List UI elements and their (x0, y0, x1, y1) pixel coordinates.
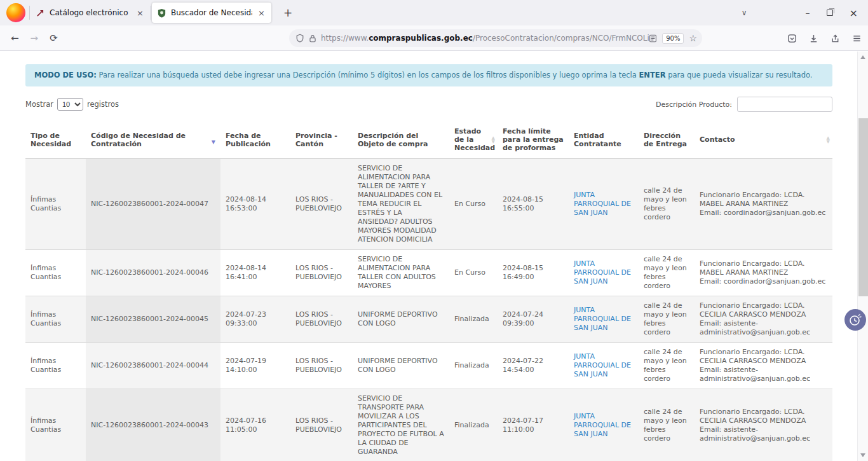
sort-both-icon[interactable]: ▲▼ (827, 136, 830, 144)
cell-entidad: JUNTA PARROQUIAL DE SAN JUAN (569, 296, 639, 343)
scroll-down-icon[interactable] (860, 453, 865, 457)
buscador-favicon-icon (157, 8, 166, 18)
close-window-button[interactable]: × (850, 7, 858, 19)
cell-fecha-publicacion: 2024-08-14 16:41:00 (220, 250, 290, 296)
list-all-tabs-icon[interactable]: ∨ (742, 8, 747, 17)
new-tab-button[interactable]: + (278, 5, 297, 20)
cell-codigo: NIC-1260023860001-2024-00045 (86, 296, 220, 343)
forward-button[interactable]: → (25, 30, 44, 46)
cell-entidad: JUNTA PARROQUIAL DE SAN JUAN (569, 343, 639, 389)
entity-link[interactable]: JUNTA PARROQUIAL DE SAN JUAN (574, 352, 631, 378)
tab-close-icon[interactable]: × (257, 8, 266, 18)
cell-direccion: calle 24 de mayo y leon febres cordero (639, 250, 695, 296)
cell-contacto: Funcionario Encargado: LCDA. MABEL ARANA… (695, 159, 832, 250)
cell-direccion: calle 24 de mayo y leon febres cordero (639, 296, 695, 343)
url-domain: compraspublicas.gob.ec (369, 34, 473, 43)
entity-link[interactable]: JUNTA PARROQUIAL DE SAN JUAN (574, 259, 631, 286)
header-descripcion-objeto[interactable]: Descripción del Objeto de compra (353, 121, 449, 159)
url-bar[interactable]: https://www.compraspublicas.gob.ec/Proce… (289, 29, 702, 47)
url-text[interactable]: https://www.compraspublicas.gob.ec/Proce… (321, 34, 649, 43)
table-row: Ínfimas Cuantias NIC-1260023860001-2024-… (25, 159, 832, 250)
page-size-control: Mostrar 10 registros (25, 98, 119, 111)
cell-entidad: JUNTA PARROQUIAL DE SAN JUAN (569, 159, 639, 250)
menu-hamburger-icon[interactable] (852, 34, 862, 43)
url-scheme: https://www. (321, 34, 369, 43)
tab-catalogo-electronico[interactable]: Catálogo electrónico × (31, 3, 150, 23)
banner-text: Para realizar una búsqueda usted debe in… (97, 71, 639, 79)
table-row: Ínfimas Cuantias NIC-1260023860001-2024-… (25, 250, 832, 296)
usage-info-banner: MODO DE USO: Para realizar una búsqueda … (25, 64, 832, 86)
cell-direccion: calle 24 de mayo y leon febres cordero (639, 389, 695, 461)
zoom-level-badge[interactable]: 90% (662, 33, 684, 44)
restore-window-button[interactable] (827, 10, 833, 16)
cell-contacto: Funcionario Encargado: LCDA. CECILIA CAR… (695, 389, 832, 461)
cell-entidad: JUNTA PARROQUIAL DE SAN JUAN (569, 250, 639, 296)
header-entidad-contratante[interactable]: Entidad Contratante (569, 121, 639, 159)
cell-codigo: NIC-1260023860001-2024-00044 (86, 343, 220, 389)
download-icon[interactable] (809, 34, 818, 43)
cell-provincia: LOS RIOS - PUEBLOVIEJO (290, 343, 353, 389)
reload-button[interactable]: ⟳ (44, 30, 64, 46)
cell-direccion: calle 24 de mayo y leon febres cordero (639, 343, 695, 389)
entity-link[interactable]: JUNTA PARROQUIAL DE SAN JUAN (574, 191, 631, 217)
cell-descripcion: SERVICIO DE ALIMENTACION PARA TALLER DE … (353, 159, 449, 250)
needs-table: Tipo de Necesidad Código de Necesidad de… (25, 121, 832, 461)
bookmark-star-icon[interactable]: ☆ (689, 33, 697, 43)
header-fecha-publicacion[interactable]: Fecha de Publicación (220, 121, 290, 159)
back-button[interactable]: ← (5, 30, 25, 46)
banner-text-end: para que pueda visualizar su resultado. (666, 71, 813, 79)
cell-provincia: LOS RIOS - PUEBLOVIEJO (290, 389, 353, 461)
entity-link[interactable]: JUNTA PARROQUIAL DE SAN JUAN (574, 412, 631, 438)
cell-fecha-publicacion: 2024-07-19 14:10:00 (220, 343, 290, 389)
vertical-scrollbar[interactable] (857, 52, 868, 461)
scroll-up-icon[interactable] (860, 55, 865, 59)
tab-divider (151, 6, 151, 20)
tab-divider (29, 6, 30, 20)
sort-descending-icon[interactable]: ▼ (212, 138, 215, 146)
cell-fecha-publicacion: 2024-07-23 09:33:00 (220, 296, 290, 343)
url-path: /ProcesoContratacion/compras/NCO/FrmNCOL… (473, 34, 649, 43)
cell-provincia: LOS RIOS - PUEBLOVIEJO (290, 250, 353, 296)
scrollbar-thumb[interactable] (858, 118, 868, 296)
records-label: registros (87, 100, 119, 109)
header-contacto[interactable]: Contacto▲▼ (695, 121, 832, 159)
shield-check-icon[interactable] (787, 34, 797, 43)
cell-fecha-limite: 2024-07-24 09:39:00 (498, 296, 569, 343)
cell-tipo: Ínfimas Cuantias (25, 389, 86, 461)
header-tipo-necesidad[interactable]: Tipo de Necesidad (25, 121, 86, 159)
cell-tipo: Ínfimas Cuantias (25, 343, 86, 389)
cell-fecha-limite: 2024-07-17 11:10:00 (498, 389, 569, 461)
header-provincia-canton[interactable]: Provincia - Cantón (290, 121, 353, 159)
page-content: MODO DE USO: Para realizar una búsqueda … (0, 52, 857, 461)
header-fecha-limite[interactable]: Fecha límite para la entrega de proforma… (498, 121, 569, 159)
header-direccion-entrega[interactable]: Dirección de Entrega (639, 121, 695, 159)
cell-provincia: LOS RIOS - PUEBLOVIEJO (290, 296, 353, 343)
floating-clock-widget-button[interactable] (844, 309, 866, 331)
minimize-button[interactable]: – (806, 8, 810, 18)
entity-link[interactable]: JUNTA PARROQUIAL DE SAN JUAN (574, 306, 631, 332)
catalogo-favicon-icon (36, 8, 45, 18)
cell-fecha-publicacion: 2024-08-14 16:53:00 (220, 159, 290, 250)
share-export-icon[interactable] (831, 34, 840, 43)
firefox-logo-icon[interactable] (6, 3, 25, 22)
reader-view-icon[interactable] (649, 34, 657, 43)
cell-estado: Finalizada (449, 296, 498, 343)
browser-nav-bar: ← → ⟳ https://www.compraspublicas.gob.ec… (0, 25, 868, 51)
cell-tipo: Ínfimas Cuantias (25, 296, 86, 343)
header-codigo-necesidad[interactable]: Código de Necesidad de Contratación▼ (86, 121, 220, 159)
tab-buscador-necesidades[interactable]: Buscador de Necesidades de Co × (152, 3, 271, 23)
shield-permissions-icon[interactable] (295, 34, 304, 43)
lock-icon[interactable] (309, 34, 316, 43)
cell-fecha-publicacion: 2024-07-16 11:05:00 (220, 389, 290, 461)
sort-both-icon[interactable]: ▲▼ (492, 136, 495, 144)
tab-close-icon[interactable]: × (135, 8, 145, 18)
product-description-input[interactable] (737, 97, 832, 112)
filter-label: Descripción Producto: (656, 100, 732, 109)
cell-provincia: LOS RIOS - PUEBLOVIEJO (290, 159, 353, 250)
header-estado-necesidad[interactable]: Estado de la Necesidad▲▼ (449, 121, 498, 159)
cell-descripcion: UNIFORME DEPORTIVO CON LOGO (353, 343, 449, 389)
cell-estado: Finalizada (449, 389, 498, 461)
page-size-select[interactable]: 10 (57, 98, 83, 111)
cell-codigo: NIC-1260023860001-2024-00043 (86, 389, 220, 461)
show-label: Mostrar (25, 100, 53, 109)
